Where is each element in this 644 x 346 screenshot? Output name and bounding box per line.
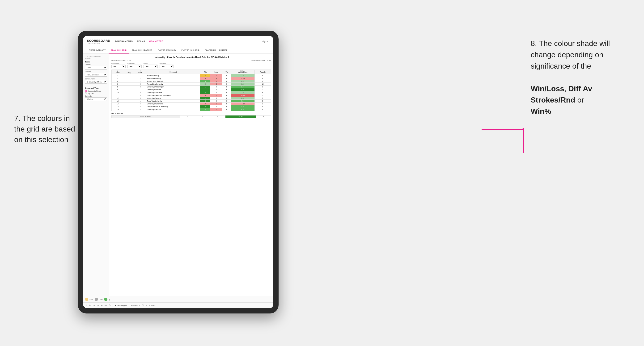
cell-opponent: Florida State University [146, 83, 200, 86]
region-filter-select[interactable]: (All) [144, 65, 158, 68]
overall-record: Overall Record: 89 - 17 - 0 [112, 59, 131, 61]
sign-out-link[interactable]: Sign out [262, 40, 270, 43]
table-row: 15 - 4 Georgia Institute of Technology 5… [112, 105, 271, 108]
opponent-filter-select[interactable]: (All) [160, 65, 174, 68]
table-row: 3 - 2 Vanderbilt University 0 4 0 -2.29 … [112, 77, 271, 80]
redo-btn[interactable]: ↻ [89, 304, 91, 307]
division-select[interactable]: NCAA Division I [85, 73, 107, 77]
cell-rounds: 8 [254, 91, 271, 94]
view-label: 👁 View: Original [115, 305, 127, 306]
cell-win: 0 [200, 77, 210, 80]
grid-btn[interactable]: ⊞ [101, 304, 103, 307]
sidebar-opponent-view-label: Opponent View [85, 87, 107, 89]
table-row: 10 - 5 University of Alabama 3 0 0 2.61 … [112, 91, 271, 94]
clock-btn[interactable]: ⏱ [108, 304, 111, 307]
cell-tie: 0 [222, 83, 231, 86]
cell-diff: 1.83 [231, 83, 255, 86]
annotation-left: 7. The colours in the grid are based on … [14, 113, 80, 145]
cell-loss: 0 [210, 88, 222, 91]
watch-btn[interactable]: 👁 Watch ▾ [131, 305, 140, 306]
cell-opponent: Georgia Institute of Technology [146, 105, 200, 108]
sub-nav: TEAM SUMMARY TEAM H2H GRID TEAM H2H HEAT… [83, 47, 273, 54]
cell-win: 1 [200, 97, 210, 100]
filter-opponents: Opponents: (All) [112, 63, 126, 68]
cell-tie: 0 [222, 100, 231, 103]
nav-items: TOURNAMENTS TEAMS COMMITTEE [115, 40, 262, 43]
col-tie: Tie [222, 70, 231, 74]
cell-rounds: 9 [254, 105, 271, 108]
legend-level-label: Level [99, 299, 103, 300]
cell-rank: 14 [112, 103, 124, 105]
cell-rounds: 9 [254, 100, 271, 103]
table-row: 6 - 2 Florida State University 4 2 0 1.8… [112, 83, 271, 86]
cell-rank: 12 [112, 97, 124, 100]
cell-conf: 2 [134, 86, 146, 88]
sidebar-division-label: Division [85, 71, 107, 73]
logo-text: SCOREBOARD [87, 39, 110, 42]
legend-down-dot [85, 298, 88, 301]
cell-diff: -4.33 [231, 94, 255, 97]
conference-filter-select[interactable]: (All) [128, 65, 142, 68]
col-rounds: Rounds [254, 70, 271, 74]
cell-rounds: 2 [254, 88, 271, 91]
grid-view-btn[interactable]: ⊞ [146, 305, 147, 306]
cell-diff: 2.28 [231, 80, 255, 83]
cell-win: 1 [200, 86, 210, 88]
cell-tie: 0 [222, 74, 231, 77]
share-btn[interactable]: ↗ Share [149, 305, 156, 306]
cell-opponent: Auburn University [146, 74, 200, 77]
cell-win: 1 [200, 88, 210, 91]
cell-opponent: University of Oklahoma [146, 103, 200, 105]
cell-diff: -1.00 [231, 103, 255, 105]
radio-dot-top100 [85, 92, 87, 94]
table-row: 13 - 1 Texas Tech University 3 0 0 5.56 … [112, 100, 271, 103]
cell-rounds: 3 [254, 94, 271, 97]
cell-win: 3 [200, 108, 210, 111]
cell-reg: - [124, 74, 134, 77]
cell-win: 5 [200, 80, 210, 83]
subnav-player-h2h-grid[interactable]: PLAYER H2H GRID [179, 47, 202, 53]
cell-diff: 6.62 [231, 108, 255, 111]
cell-win: 0 [200, 94, 210, 97]
nav-tournaments[interactable]: TOURNAMENTS [115, 40, 133, 43]
cell-diff: 9.00 [231, 88, 255, 91]
annotation-win-loss: Win/Loss [531, 84, 564, 93]
cell-conf: 6 [134, 94, 146, 97]
gender-select[interactable]: Men's [85, 66, 107, 70]
tablet-screen: SCOREBOARD Powered by clippd TOURNAMENTS… [83, 36, 273, 308]
cell-reg: - [124, 77, 134, 80]
cell-tie: 0 [222, 105, 231, 108]
ood-division: NCAA Division II [112, 116, 180, 118]
subnav-team-summary[interactable]: TEAM SUMMARY [87, 47, 108, 53]
cell-rank: 13 [112, 100, 124, 103]
cell-conf: 1 [134, 74, 146, 77]
radio-top-100[interactable]: Top 100 [85, 92, 107, 94]
cell-win: 5 [200, 105, 210, 108]
filter-opponent: Opponent (All) [160, 63, 174, 68]
cell-win: 3 [200, 100, 210, 103]
cell-loss: 1 [210, 74, 222, 77]
subnav-team-h2h-heatmap[interactable]: TEAM H2H HEATMAP [130, 47, 155, 53]
nav-teams[interactable]: TEAMS [137, 40, 145, 43]
dash-btn[interactable]: — [104, 304, 107, 307]
colour-by-select[interactable]: Win/loss [85, 97, 107, 101]
subnav-team-h2h-grid[interactable]: TEAM H2H GRID [108, 47, 129, 53]
cell-win: 2 [200, 74, 210, 77]
crop-btn[interactable]: ⊡ [97, 304, 99, 307]
grid-title: University of North Carolina Head-to-Hea… [112, 56, 271, 59]
ood-win: 1 [180, 116, 195, 118]
cell-reg: - [124, 103, 134, 105]
subnav-player-h2h-heatmap[interactable]: PLAYER H2H HEATMAP [202, 47, 230, 53]
cell-opponent: University of Alabama [146, 91, 200, 94]
legend: Down Level Up [83, 296, 273, 302]
cell-reg: - [124, 86, 134, 88]
forward-btn[interactable]: → [93, 304, 95, 307]
comment-btn[interactable]: 💬 [142, 305, 144, 306]
school-select[interactable]: 1. University of Nort... [85, 80, 107, 84]
opponents-filter-select[interactable]: (All) [112, 65, 126, 68]
radio-opponents-played[interactable]: Opponents Played [85, 90, 107, 92]
nav-committee[interactable]: COMMITTEE [149, 40, 163, 43]
subnav-player-summary[interactable]: PLAYER SUMMARY [155, 47, 178, 53]
undo-btn[interactable]: ↺ [86, 304, 87, 307]
cell-loss: 0 [210, 105, 222, 108]
